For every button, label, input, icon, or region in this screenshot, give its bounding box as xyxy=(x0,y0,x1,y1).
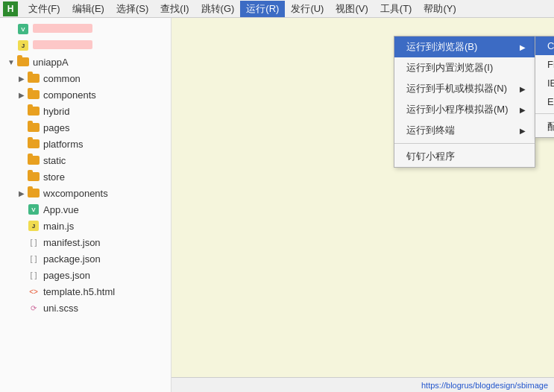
folder-label: static xyxy=(43,155,66,166)
scss-file-icon: ⟳ xyxy=(27,303,40,313)
menu-edit[interactable]: 编辑(E) xyxy=(66,1,110,17)
statusbar: https://blogrus/blogdesign/sbimage xyxy=(171,377,554,392)
sidebar-item-common[interactable]: ▶ common xyxy=(0,70,171,86)
sidebar-item-template-html[interactable]: <> template.h5.html xyxy=(0,283,171,300)
sidebar-item-uniappA[interactable]: ▼ uniappA xyxy=(0,54,171,70)
sidebar-item-static[interactable]: static xyxy=(0,152,171,168)
file-label xyxy=(33,40,92,51)
app-logo: H xyxy=(3,1,18,16)
sidebar-item-uni-scss[interactable]: ⟳ uni.scss xyxy=(0,300,171,316)
sidebar-item-manifest[interactable]: [ ] manifest.json xyxy=(0,234,171,250)
sidebar-item-hybrid[interactable]: hybrid xyxy=(0,103,171,119)
menu-find[interactable]: 查找(I) xyxy=(154,1,195,17)
file-icon: V xyxy=(16,24,30,34)
sidebar-item-wxcomponents[interactable]: ▶ wxcomponents xyxy=(0,185,171,201)
menu-run-browser[interactable]: 运行到浏览器(B) ▶ xyxy=(394,37,535,57)
sidebar: V J ▼ uniappA ▶ c xyxy=(0,18,171,392)
file-label: App.vue xyxy=(43,204,79,215)
folder-icon xyxy=(16,57,30,67)
folder-label: pages xyxy=(43,122,69,133)
menu-dingding[interactable]: 钉钉小程序 xyxy=(394,146,535,167)
menu-publish[interactable]: 发行(U) xyxy=(285,1,330,17)
sidebar-item-pages[interactable]: pages xyxy=(0,119,171,136)
menubar: H 文件(F) 编辑(E) 选择(S) 查找(I) 跳转(G) 运行(R) 发行… xyxy=(0,0,554,18)
folder-icon xyxy=(27,171,40,182)
statusbar-url: https://blogrus/blogdesign/sbimage xyxy=(421,381,548,390)
menu-divider xyxy=(394,143,535,144)
vue-file-icon: V xyxy=(27,204,40,215)
submenu-arrow: ▶ xyxy=(520,85,526,93)
folder-label: store xyxy=(43,171,65,183)
sidebar-item-platforms[interactable]: platforms xyxy=(0,136,171,152)
file-label: uni.scss xyxy=(43,303,78,314)
menu-run-inner-browser[interactable]: 运行到内置浏览器(I) xyxy=(394,57,535,78)
menu-config-webserver[interactable]: 配置web服务器(W) xyxy=(535,116,554,137)
content-area: 运行到浏览器(B) ▶ 运行到内置浏览器(I) 运行到手机或模拟器(N) ▶ 运… xyxy=(171,18,554,392)
menu-run[interactable]: 运行(R) xyxy=(240,1,285,17)
menu-run-miniprogram[interactable]: 运行到小程序模拟器(M) ▶ xyxy=(394,99,535,120)
file-label: manifest.json xyxy=(43,237,101,248)
submenu-arrow: ▶ xyxy=(520,43,526,51)
sidebar-item-main-js[interactable]: J main.js xyxy=(0,218,171,234)
expand-arrow-common: ▶ xyxy=(16,75,27,83)
expand-arrow-components: ▶ xyxy=(16,91,27,99)
folder-label: common xyxy=(43,73,81,84)
menu-file[interactable]: 文件(F) xyxy=(22,1,66,17)
folder-icon xyxy=(27,73,40,83)
menu-view[interactable]: 视图(V) xyxy=(330,1,374,17)
sidebar-item-components[interactable]: ▶ components xyxy=(0,86,171,103)
sidebar-item-app-vue[interactable]: V App.vue xyxy=(0,201,171,218)
folder-label: platforms xyxy=(43,139,83,150)
menu-chrome[interactable]: Chrome xyxy=(535,37,554,55)
html-file-icon: <> xyxy=(27,286,40,297)
folder-icon xyxy=(27,139,40,149)
folder-label: wxcomponents xyxy=(43,188,108,199)
run-submenu: 运行到浏览器(B) ▶ 运行到内置浏览器(I) 运行到手机或模拟器(N) ▶ 运… xyxy=(394,36,535,168)
expand-arrow-uniappA: ▼ xyxy=(6,58,16,66)
folder-icon xyxy=(27,106,40,116)
menu-run-terminal[interactable]: 运行到终端 ▶ xyxy=(394,120,535,141)
file-icon: J xyxy=(16,40,30,51)
menu-tools[interactable]: 工具(T) xyxy=(374,1,418,17)
json-file-icon: [ ] xyxy=(27,270,40,280)
submenu-arrow: ▶ xyxy=(520,127,526,135)
file-label: package.json xyxy=(43,253,101,265)
sidebar-item-store[interactable]: store xyxy=(0,168,171,185)
list-item[interactable]: J xyxy=(0,37,171,54)
json-file-icon: [ ] xyxy=(27,253,40,264)
main-layout: V J ▼ uniappA ▶ c xyxy=(0,18,554,392)
folder-icon xyxy=(27,155,40,165)
menu-run-phone[interactable]: 运行到手机或模拟器(N) ▶ xyxy=(394,78,535,99)
menu-ie[interactable]: IE xyxy=(535,74,554,92)
menu-help[interactable]: 帮助(Y) xyxy=(418,1,462,17)
menu-select[interactable]: 选择(S) xyxy=(110,1,154,17)
file-label xyxy=(33,24,92,35)
list-item[interactable]: V xyxy=(0,21,171,37)
file-label: main.js xyxy=(43,221,74,232)
expand-arrow-wxcomponents: ▶ xyxy=(16,189,27,197)
dropdown-overlay: 运行到浏览器(B) ▶ 运行到内置浏览器(I) 运行到手机或模拟器(N) ▶ 运… xyxy=(171,18,554,392)
folder-label: hybrid xyxy=(43,106,69,117)
folder-icon xyxy=(27,188,40,198)
menu-firefox[interactable]: Firefox xyxy=(535,55,554,74)
folder-icon xyxy=(27,122,40,133)
json-file-icon: [ ] xyxy=(27,237,40,247)
js-file-icon: J xyxy=(27,221,40,231)
sidebar-item-pages-json[interactable]: [ ] pages.json xyxy=(0,267,171,283)
menu-goto[interactable]: 跳转(G) xyxy=(195,1,241,17)
submenu-arrow: ▶ xyxy=(520,106,526,114)
file-label: template.h5.html xyxy=(43,286,115,297)
menu-divider-2 xyxy=(535,113,554,114)
sidebar-item-package[interactable]: [ ] package.json xyxy=(0,250,171,267)
folder-label: components xyxy=(43,89,96,101)
folder-icon xyxy=(27,89,40,100)
browser-submenu: Chrome Firefox IE Edge 配置web服务器(W) xyxy=(535,36,554,138)
file-label: pages.json xyxy=(43,270,90,281)
menu-edge[interactable]: Edge xyxy=(535,92,554,111)
folder-label: uniappA xyxy=(33,57,69,68)
